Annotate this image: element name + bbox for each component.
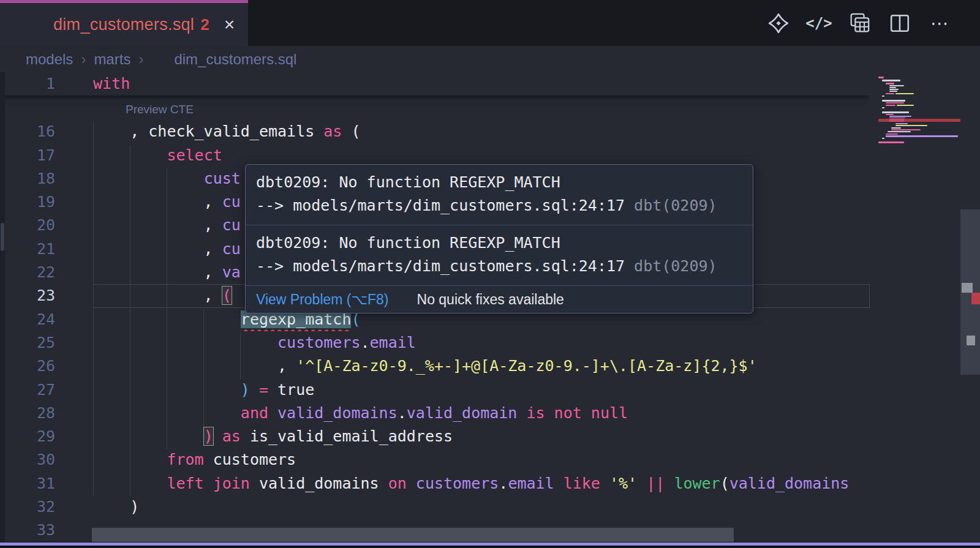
line-number: 21 — [0, 238, 93, 261]
line-number: 22 — [0, 261, 93, 284]
code-token: , — [93, 193, 222, 211]
more-actions-icon[interactable]: ⋯ — [929, 12, 952, 35]
minimap-line — [882, 100, 905, 102]
code-token: like — [564, 475, 600, 492]
code-token: email — [370, 334, 416, 351]
minimap-line — [895, 125, 927, 126]
code-token: valid_domain — [407, 404, 518, 422]
minimap-line — [886, 83, 894, 84]
breadcrumb: models › marts › dim_customers.sql — [0, 46, 980, 72]
code-text: from customers — [93, 448, 870, 471]
indent-guide — [167, 168, 167, 449]
code-token: , — [93, 357, 296, 375]
minimap-line — [891, 127, 901, 129]
tab-bar: dim_customers.sql 2 × </> — [0, 0, 980, 46]
code-token: , — [93, 216, 222, 234]
code-line[interactable]: 16 , check_valid_emails as ( — [0, 120, 870, 143]
line-number: 25 — [0, 331, 93, 355]
view-problem-link[interactable]: View Problem (⌥F8) — [256, 291, 389, 308]
line-number: 18 — [0, 167, 93, 190]
code-line[interactable]: 30 from customers — [0, 448, 870, 471]
code-token: cust — [204, 170, 241, 187]
code-line[interactable]: 32 ) — [0, 495, 870, 519]
chevron-right-icon: › — [138, 51, 143, 68]
code-line[interactable]: 25 customers.email — [0, 331, 870, 355]
code-token — [250, 381, 259, 399]
sticky-scroll-line[interactable]: 1 with — [0, 72, 870, 96]
indent-guide — [240, 332, 241, 380]
code-token: = — [259, 381, 268, 399]
minimap-line — [878, 77, 884, 78]
minimap-line — [889, 119, 904, 122]
code-token — [268, 404, 277, 422]
line-number: 16 — [0, 120, 93, 143]
minimap[interactable] — [870, 72, 960, 548]
code-token: va — [222, 263, 241, 281]
problem-title: dbt0209: No function REGEXP_MATCH — [256, 231, 742, 255]
code-text: customers.email — [93, 331, 870, 355]
code-token: '^[A-Za-z0-9._%+-]+@[A-Za-z0-9.-]+\.[A-Z… — [296, 357, 757, 375]
line-number: 19 — [0, 190, 93, 214]
code-token: , — [93, 287, 222, 304]
minimap-line — [888, 131, 911, 132]
code-token: . — [361, 334, 370, 351]
left-scrollbar-handle[interactable] — [1, 223, 4, 251]
overview-mark — [967, 336, 975, 345]
breadcrumb-marts[interactable]: marts — [94, 51, 130, 68]
dbt-logo-icon[interactable] — [767, 12, 790, 35]
tooltip-footer: View Problem (⌥F8) No quick fixes availa… — [246, 285, 753, 313]
code-token: email — [508, 475, 554, 492]
code-line[interactable]: 26 , '^[A-Za-z0-9._%+-]+@[A-Za-z0-9.-]+\… — [0, 355, 870, 378]
compiled-code-icon[interactable]: </> — [807, 12, 831, 35]
minimap-line — [882, 96, 884, 97]
tab-dim-customers[interactable]: dim_customers.sql 2 × — [0, 0, 248, 46]
problem-location: --> models/marts/dim_customers.sql:24:17… — [256, 194, 742, 217]
problem-title: dbt0209: No function REGEXP_MATCH — [256, 171, 742, 194]
code-token — [407, 475, 416, 492]
code-token: cu — [222, 193, 241, 211]
overview-ruler[interactable] — [960, 72, 980, 548]
code-text: and valid_domains.valid_domain is not nu… — [93, 402, 870, 425]
code-line[interactable]: 29 ) as is_valid_email_address — [0, 425, 870, 448]
code-token: cu — [222, 216, 241, 234]
code-token: customers — [204, 451, 296, 468]
split-editor-icon[interactable] — [888, 12, 911, 35]
code-token — [637, 475, 646, 492]
code-token: is not null — [526, 404, 628, 422]
problem-code: dbt(0209) — [634, 197, 717, 214]
minimap-line — [895, 93, 914, 94]
problem-message: dbt0209: No function REGEXP_MATCH --> mo… — [246, 225, 753, 285]
close-icon[interactable]: × — [224, 15, 235, 34]
problem-hover-tooltip: dbt0209: No function REGEXP_MATCH --> mo… — [245, 164, 753, 313]
breadcrumb-file[interactable]: dim_customers.sql — [174, 51, 296, 68]
codelens-preview-cte[interactable]: Preview CTE — [0, 96, 870, 120]
overview-mark — [962, 283, 973, 293]
horizontal-scrollbar[interactable] — [92, 528, 734, 542]
minimap-line — [889, 89, 899, 90]
code-token: and — [241, 404, 268, 422]
minimap-line — [889, 118, 905, 118]
code-line[interactable]: 28 and valid_domains.valid_domain is not… — [0, 402, 870, 425]
preview-table-icon[interactable] — [848, 12, 871, 35]
minimap-line — [878, 141, 904, 143]
minimap-line — [882, 138, 884, 139]
code-token — [93, 427, 204, 445]
code-line[interactable]: 31 left join valid_domains on customers.… — [0, 472, 870, 495]
breadcrumb-models[interactable]: models — [26, 51, 73, 68]
window-bottom-accent — [0, 542, 980, 546]
code-token: customers — [277, 334, 360, 351]
code-token: valid_domains — [277, 404, 398, 422]
indent-guide — [130, 145, 130, 497]
tab-filename: dim_customers.sql — [53, 15, 194, 34]
line-number: 29 — [0, 425, 93, 448]
window-bottom-edge — [0, 542, 980, 548]
code-token — [554, 475, 564, 492]
line-number: 1 — [0, 72, 93, 96]
minimap-line — [889, 87, 896, 88]
code-token: true — [268, 381, 314, 399]
no-quick-fixes-text: No quick fixes available — [417, 291, 564, 308]
code-line[interactable]: 27 ) = true — [0, 378, 870, 402]
code-text: left join valid_domains on customers.ema… — [93, 472, 870, 495]
code-token: ) — [93, 498, 139, 516]
minimap-line — [891, 129, 921, 130]
